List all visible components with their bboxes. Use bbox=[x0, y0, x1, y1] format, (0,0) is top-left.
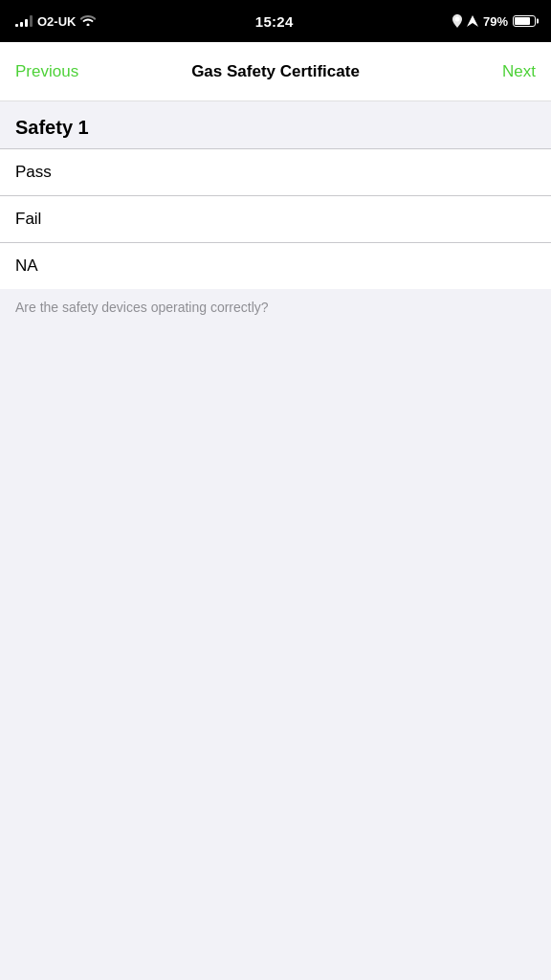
carrier-label: O2-UK bbox=[37, 14, 76, 29]
section-header: Safety 1 bbox=[0, 101, 551, 148]
options-list: Pass Fail NA bbox=[0, 148, 551, 289]
previous-button[interactable]: Previous bbox=[15, 62, 92, 81]
status-left: O2-UK bbox=[15, 14, 96, 29]
hint-text: Are the safety devices operating correct… bbox=[15, 300, 269, 315]
wifi-icon bbox=[80, 14, 96, 29]
clock: 15:24 bbox=[255, 13, 294, 30]
navigation-bar: Previous Gas Safety Certificate Next bbox=[0, 42, 551, 101]
page-title: Gas Safety Certificate bbox=[92, 62, 459, 81]
status-right: 79% bbox=[452, 14, 536, 29]
battery-percentage: 79% bbox=[483, 14, 508, 29]
status-bar: O2-UK 15:24 79% bbox=[0, 0, 551, 42]
next-button[interactable]: Next bbox=[459, 62, 536, 81]
battery-icon bbox=[513, 15, 536, 27]
option-pass[interactable]: Pass bbox=[0, 149, 551, 196]
option-na[interactable]: NA bbox=[0, 243, 551, 289]
main-content: Safety 1 Pass Fail NA Are the safety dev… bbox=[0, 101, 551, 980]
signal-icon bbox=[15, 15, 33, 27]
navigation-icon bbox=[467, 15, 478, 27]
svg-marker-1 bbox=[467, 15, 478, 27]
location-icon bbox=[452, 14, 462, 28]
hint-area: Are the safety devices operating correct… bbox=[0, 289, 551, 325]
section-heading: Safety 1 bbox=[15, 117, 89, 138]
option-fail[interactable]: Fail bbox=[0, 196, 551, 243]
